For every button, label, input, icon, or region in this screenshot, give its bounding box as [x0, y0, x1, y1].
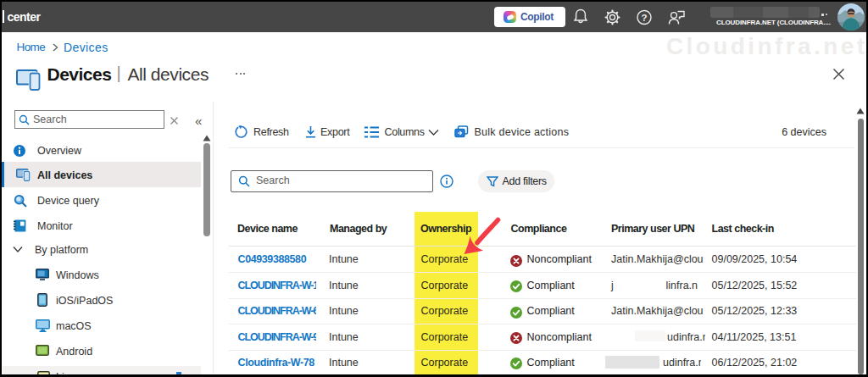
svg-text:?: ?: [641, 12, 647, 22]
